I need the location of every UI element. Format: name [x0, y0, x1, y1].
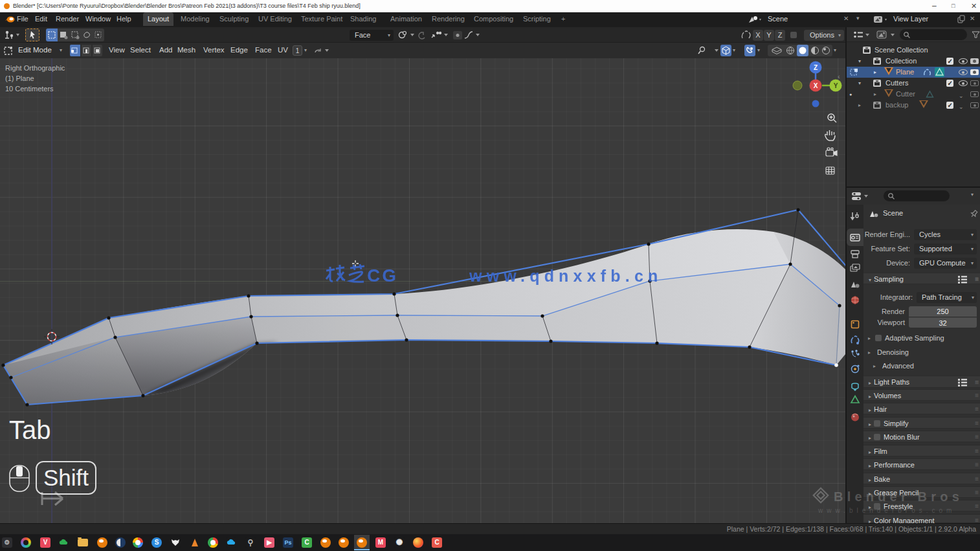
svg-text:Z: Z — [814, 64, 818, 71]
svg-text:CG: CG — [367, 265, 398, 286]
svg-text:Blender Bros: Blender Bros — [834, 489, 963, 504]
svg-text:X: X — [814, 82, 818, 89]
svg-text:www.qdnxxfb.cn: www.qdnxxfb.cn — [469, 267, 663, 285]
svg-text:www.blenderbros.com: www.blenderbros.com — [818, 507, 955, 514]
svg-text:Y: Y — [834, 82, 838, 89]
